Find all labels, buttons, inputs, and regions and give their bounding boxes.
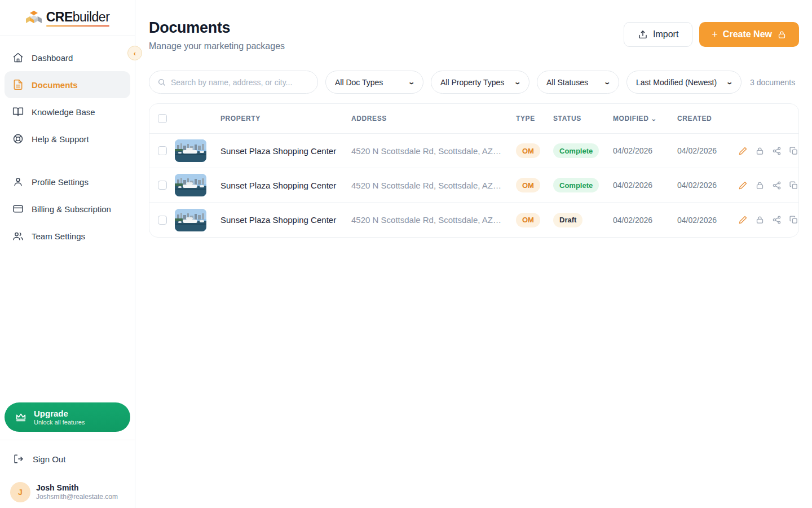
sidebar-item-knowledge-base[interactable]: Knowledge Base xyxy=(5,98,130,125)
modified-date: 04/02/2026 xyxy=(613,216,677,225)
upgrade-title: Upgrade xyxy=(34,409,85,419)
chevron-down-icon: ⌄ xyxy=(408,78,415,86)
edit-icon[interactable] xyxy=(738,215,748,225)
sidebar: CREbuilder ‹ Dashboard Documents Knowled… xyxy=(0,0,135,508)
documents-table: PROPERTY ADDRESS TYPE STATUS MODIFIED ⌄ … xyxy=(149,103,799,238)
page-subtitle: Manage your marketing packages xyxy=(149,41,285,51)
sign-out-label: Sign Out xyxy=(33,454,65,464)
row-checkbox[interactable] xyxy=(158,146,167,155)
sidebar-collapse-button[interactable]: ‹ xyxy=(127,46,142,60)
column-header-created: CREATED xyxy=(677,115,734,122)
property-name: Sunset Plaza Shopping Center xyxy=(220,181,351,190)
search-input[interactable] xyxy=(171,78,310,87)
search-box xyxy=(149,71,318,94)
credit-card-icon xyxy=(12,203,24,214)
create-new-label: Create New xyxy=(723,29,772,40)
lock-icon[interactable] xyxy=(755,181,765,190)
modified-date: 04/02/2026 xyxy=(613,146,677,155)
column-header-address: ADDRESS xyxy=(351,115,516,122)
upload-icon xyxy=(638,29,648,40)
share-icon[interactable] xyxy=(772,181,782,190)
edit-icon[interactable] xyxy=(738,181,748,190)
property-type-select[interactable]: All Property Types ⌄ xyxy=(431,71,529,94)
sidebar-item-team-settings[interactable]: Team Settings xyxy=(5,222,130,249)
sidebar-item-billing[interactable]: Billing & Subscription xyxy=(5,195,130,222)
sidebar-item-label: Dashboard xyxy=(32,53,73,63)
user-icon xyxy=(12,176,24,187)
sidebar-item-label: Team Settings xyxy=(32,231,85,241)
chevron-down-icon: ⌄ xyxy=(726,78,733,86)
doc-type-select[interactable]: All Doc Types ⌄ xyxy=(325,71,423,94)
user-email: Joshsmith@realestate.com xyxy=(36,493,118,501)
sort-chevron-icon: ⌄ xyxy=(651,116,657,122)
doc-type-badge: OM xyxy=(516,213,540,227)
property-type-value: All Property Types xyxy=(440,78,504,87)
lock-icon[interactable] xyxy=(755,146,765,156)
property-name: Sunset Plaza Shopping Center xyxy=(220,146,351,156)
brand-name: CREbuilder xyxy=(46,10,110,27)
sidebar-nav: Dashboard Documents Knowledge Base Help … xyxy=(0,36,135,249)
created-date: 04/02/2026 xyxy=(677,216,734,225)
status-badge: Draft xyxy=(553,213,582,227)
user-name: Josh Smith xyxy=(36,483,118,493)
create-new-button[interactable]: + Create New xyxy=(699,22,799,47)
sidebar-item-label: Profile Settings xyxy=(32,177,89,187)
sign-out-button[interactable]: Sign Out xyxy=(5,446,130,472)
upgrade-button[interactable]: Upgrade Unlock all features xyxy=(5,402,130,432)
upgrade-subtitle: Unlock all features xyxy=(34,419,85,426)
share-icon[interactable] xyxy=(772,215,782,225)
column-header-property: PROPERTY xyxy=(220,115,351,122)
sidebar-item-dashboard[interactable]: Dashboard xyxy=(5,44,130,71)
sidebar-item-label: Billing & Subscription xyxy=(32,204,111,214)
status-badge: Complete xyxy=(553,143,599,158)
sidebar-item-label: Knowledge Base xyxy=(32,107,95,117)
table-row[interactable]: Sunset Plaza Shopping Center 4520 N Scot… xyxy=(149,134,798,168)
created-date: 04/02/2026 xyxy=(677,181,734,190)
sort-select[interactable]: Last Modified (Newest) ⌄ xyxy=(626,71,742,94)
property-thumbnail xyxy=(175,139,206,162)
main-content: Documents Manage your marketing packages… xyxy=(135,0,812,508)
property-thumbnail xyxy=(175,174,206,196)
plus-icon: + xyxy=(712,29,718,41)
copy-icon[interactable] xyxy=(789,146,798,156)
property-address: 4520 N Scottsdale Rd, Scottsdale, AZ… xyxy=(351,181,516,190)
brand-cubes-icon xyxy=(25,10,42,27)
row-checkbox[interactable] xyxy=(158,181,167,190)
created-date: 04/02/2026 xyxy=(677,146,734,155)
property-address: 4520 N Scottsdale Rd, Scottsdale, AZ… xyxy=(351,215,516,225)
modified-date: 04/02/2026 xyxy=(613,181,677,190)
sidebar-item-help-support[interactable]: Help & Support xyxy=(5,125,130,152)
document-icon xyxy=(12,79,24,90)
user-profile[interactable]: J Josh Smith Joshsmith@realestate.com xyxy=(5,472,130,508)
document-count: 3 documents xyxy=(750,78,795,87)
table-row[interactable]: Sunset Plaza Shopping Center 4520 N Scot… xyxy=(149,203,798,237)
table-row[interactable]: Sunset Plaza Shopping Center 4520 N Scot… xyxy=(149,168,798,203)
avatar: J xyxy=(10,482,30,502)
table-header-row: PROPERTY ADDRESS TYPE STATUS MODIFIED ⌄ … xyxy=(149,104,798,134)
column-header-modified[interactable]: MODIFIED ⌄ xyxy=(613,115,677,122)
brand-logo[interactable]: CREbuilder xyxy=(0,0,135,36)
row-checkbox[interactable] xyxy=(158,216,167,225)
sidebar-item-profile-settings[interactable]: Profile Settings xyxy=(5,168,130,195)
sidebar-item-label: Documents xyxy=(32,80,78,90)
sign-out-icon xyxy=(12,453,24,465)
doc-type-badge: OM xyxy=(516,178,540,192)
status-badge: Complete xyxy=(553,178,599,192)
chevron-down-icon: ⌄ xyxy=(603,78,611,86)
sidebar-item-documents[interactable]: Documents xyxy=(5,71,130,98)
copy-icon[interactable] xyxy=(789,181,798,190)
chevron-down-icon: ⌄ xyxy=(514,78,521,86)
select-all-checkbox[interactable] xyxy=(158,114,167,123)
share-icon[interactable] xyxy=(772,146,782,156)
import-button[interactable]: Import xyxy=(624,22,692,47)
doc-type-value: All Doc Types xyxy=(335,78,383,87)
crown-icon xyxy=(15,411,27,423)
import-label: Import xyxy=(653,29,678,40)
status-select[interactable]: All Statuses ⌄ xyxy=(537,71,619,94)
copy-icon[interactable] xyxy=(789,215,798,225)
lock-icon[interactable] xyxy=(755,215,765,225)
home-icon xyxy=(12,52,24,63)
edit-icon[interactable] xyxy=(738,146,748,156)
column-header-type: TYPE xyxy=(516,115,553,122)
property-thumbnail xyxy=(175,209,206,231)
